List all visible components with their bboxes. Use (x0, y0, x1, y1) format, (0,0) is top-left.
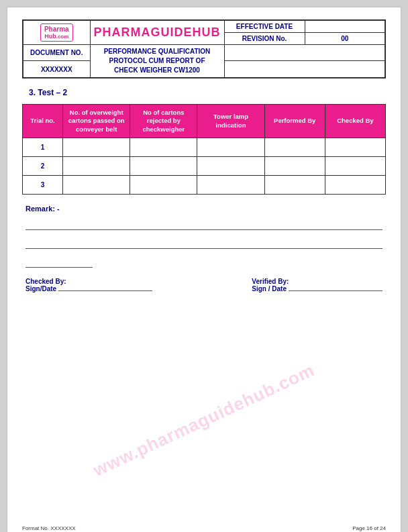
table-cell-r2-c0: 3 (23, 176, 63, 195)
logo-pharma: Pharma (44, 25, 69, 33)
logo-hub: Hub.com (44, 33, 69, 40)
revision-label: REVISION No. (224, 33, 305, 45)
table-cell-r1-c4 (264, 157, 325, 176)
table-cell-r2-c4 (264, 176, 325, 195)
subtitle-line3: CHECK WEIGHER CW1200 (114, 66, 200, 74)
checked-sign-line (58, 290, 152, 291)
verified-by-label: Verified By: (252, 278, 289, 285)
table-cell-r2-c2 (130, 176, 197, 195)
table-cell-r0-c4 (264, 138, 325, 157)
table-cell-r0-c0: 1 (23, 138, 63, 157)
table-cell-r1-c1 (63, 157, 130, 176)
col-header-overweight: No. of overweight cartons passed on conv… (63, 105, 130, 138)
remark-section: Remark: - (22, 205, 386, 268)
table-row: 3 (23, 176, 386, 195)
table-row: 2 (23, 157, 386, 176)
col-header-performed: Performed By (264, 105, 325, 138)
subtitle-line1: PERFORMANCE QUALIFICATION (104, 48, 211, 55)
col-header-tower: Tower lamp indication (197, 105, 264, 138)
doc-no-label: DOCUMENT NO. (23, 45, 90, 61)
remark-label: Remark: - (26, 205, 382, 213)
logo-box: Pharma Hub.com (40, 23, 73, 42)
table-cell-r1-c3 (197, 157, 264, 176)
table-cell-r1-c0: 2 (23, 157, 63, 176)
table-cell-r0-c3 (197, 138, 264, 157)
effective-date-label: EFFECTIVE DATE (224, 20, 305, 33)
remark-short-line (26, 256, 93, 268)
footer-page: Page 16 of 24 (352, 525, 386, 531)
page-footer: Format No. XXXXXXX Page 16 of 24 (22, 525, 386, 531)
subtitle-cell: PERFORMANCE QUALIFICATION PROTOCOL CUM R… (90, 45, 224, 78)
footer-format: Format No. XXXXXXX (22, 525, 76, 531)
col-header-cartons: No of cartons rejected by checkweigher (130, 105, 197, 138)
header-table: Pharma Hub.com PHARMAGUIDEHUB EFFECTIVE … (22, 19, 386, 78)
signature-section: Checked By: Sign/Date Verified By: Sign … (22, 278, 386, 292)
logo-cell: Pharma Hub.com (23, 20, 90, 45)
remark-line-1 (26, 218, 382, 230)
table-row: 1 (23, 138, 386, 157)
verified-by-block: Verified By: Sign / Date (252, 278, 382, 292)
table-cell-r1-c2 (130, 157, 197, 176)
watermark: www.pharmaguidehub.com (90, 360, 318, 480)
main-title-cell: PHARMAGUIDEHUB (90, 20, 224, 45)
checked-sign-label: Sign/Date (26, 285, 56, 292)
col-header-trial: Trial no. (23, 105, 63, 138)
subtitle-line2: PROTOCOL CUM REPORT OF (109, 57, 205, 64)
effective-date-value (305, 20, 385, 33)
table-cell-r2-c3 (197, 176, 264, 195)
page: Pharma Hub.com PHARMAGUIDEHUB EFFECTIVE … (7, 7, 401, 532)
data-table: Trial no. No. of overweight cartons pass… (22, 104, 386, 195)
table-cell-r1-c5 (325, 157, 385, 176)
remark-line-2 (26, 237, 382, 249)
table-cell-r0-c1 (63, 138, 130, 157)
verified-sign-label: Sign / Date (252, 285, 287, 292)
checked-by-label: Checked By: (26, 278, 66, 285)
section-title: 3. Test – 2 (29, 88, 386, 97)
table-cell-r0-c2 (130, 138, 197, 157)
revision-value: 00 (305, 33, 385, 45)
checked-by-block: Checked By: Sign/Date (26, 278, 152, 292)
col-header-checked: Checked By (325, 105, 385, 138)
table-cell-r0-c5 (325, 138, 385, 157)
table-cell-r2-c5 (325, 176, 385, 195)
verified-sign-line (289, 290, 382, 291)
main-title: PHARMAGUIDEHUB (94, 25, 221, 40)
table-cell-r2-c1 (63, 176, 130, 195)
doc-no-value: XXXXXXX (23, 61, 90, 78)
